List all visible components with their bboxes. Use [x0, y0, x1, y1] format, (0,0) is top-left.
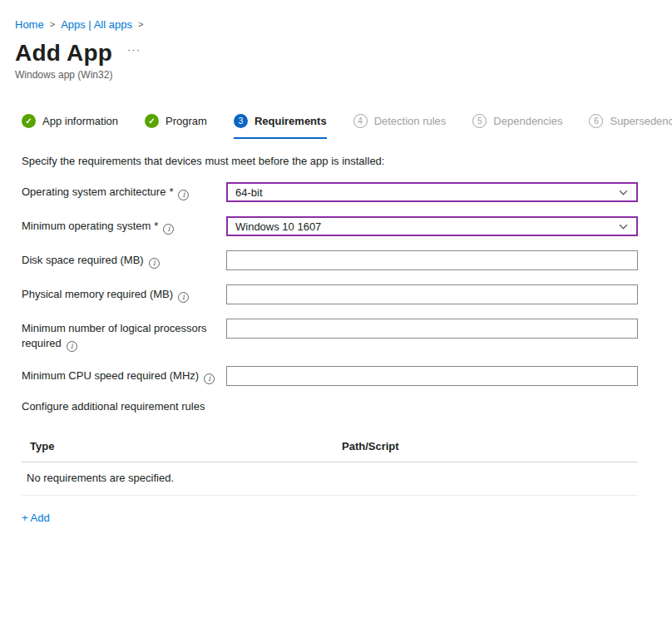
field-label-text: Physical memory required (MB): [22, 288, 173, 300]
tab-label: Program: [166, 115, 207, 127]
step-number-icon: 5: [472, 114, 487, 128]
tab-supersedence[interactable]: 6 Supersedence: [589, 114, 672, 139]
page-title: Add App: [15, 40, 112, 67]
field-label: Minimum operating system: [22, 216, 226, 235]
form-row-os-architecture: Operating system architecture 64-bit: [22, 182, 638, 202]
form-row-disk-space: Disk space required (MB): [22, 250, 638, 270]
required-asterisk: [151, 220, 158, 232]
wizard-steps: App information Program 3 Requirements 4…: [22, 114, 672, 139]
field-label: Minimum CPU speed required (MHz): [22, 366, 226, 384]
physical-memory-input[interactable]: [226, 284, 638, 304]
form-row-physical-memory: Physical memory required (MB): [22, 284, 638, 304]
check-icon: [145, 114, 159, 128]
info-icon[interactable]: [67, 341, 77, 352]
requirements-form: Operating system architecture 64-bit Min…: [22, 182, 672, 386]
intro-text: Specify the requirements that devices mu…: [22, 155, 672, 167]
form-row-logical-processors: Minimum number of logical processors req…: [22, 319, 638, 352]
check-icon: [22, 114, 36, 128]
add-requirement-link[interactable]: + Add: [22, 512, 50, 524]
form-row-minimum-os: Minimum operating system Windows 10 1607: [22, 216, 638, 236]
field-label-text: Operating system architecture: [22, 185, 166, 198]
required-asterisk: [166, 185, 173, 198]
field-label-text: Minimum operating system: [22, 220, 151, 232]
tab-label: App information: [42, 115, 118, 127]
os-architecture-select[interactable]: 64-bit: [226, 182, 638, 202]
tab-dependencies[interactable]: 5 Dependencies: [472, 114, 562, 139]
table-empty-row: No requirements are specified.: [22, 462, 638, 496]
select-value: 64-bit: [235, 186, 263, 199]
title-row: Add App ···: [15, 40, 672, 67]
form-row-cpu-speed: Minimum CPU speed required (MHz): [22, 366, 638, 386]
info-icon[interactable]: [204, 373, 215, 384]
field-label-text: Disk space required (MB): [22, 254, 144, 266]
requirement-rules-table: Type Path/Script No requirements are spe…: [22, 435, 638, 496]
breadcrumb-link-home[interactable]: Home: [15, 18, 44, 31]
minimum-os-select[interactable]: Windows 10 1607: [226, 216, 638, 236]
info-icon[interactable]: [178, 190, 189, 200]
field-label: Minimum number of logical processors req…: [22, 319, 226, 352]
breadcrumb-separator-icon: [138, 19, 143, 29]
step-number-icon: 4: [353, 114, 368, 128]
table-header-row: Type Path/Script: [22, 435, 638, 462]
column-header-path-script: Path/Script: [342, 440, 638, 452]
field-label: Physical memory required (MB): [22, 284, 226, 303]
tab-app-information[interactable]: App information: [22, 114, 118, 139]
tab-program[interactable]: Program: [145, 114, 207, 139]
chevron-down-icon: [618, 187, 629, 198]
info-icon[interactable]: [163, 224, 174, 235]
disk-space-input[interactable]: [226, 250, 638, 270]
more-options-icon[interactable]: ···: [127, 43, 141, 56]
breadcrumb: Home Apps | All apps: [15, 18, 672, 31]
field-label: Disk space required (MB): [22, 250, 226, 269]
section-title: Configure additional requirement rules: [22, 400, 672, 413]
field-label-text: Minimum CPU speed required (MHz): [22, 369, 199, 382]
tab-label: Detection rules: [374, 115, 447, 127]
info-icon[interactable]: [178, 292, 189, 303]
tab-requirements[interactable]: 3 Requirements: [234, 114, 327, 139]
field-label-text: Minimum number of logical processors req…: [22, 322, 207, 349]
logical-processors-input[interactable]: [226, 319, 638, 339]
cpu-speed-input[interactable]: [226, 366, 638, 386]
tab-detection-rules[interactable]: 4 Detection rules: [353, 114, 447, 139]
tab-label: Supersedence: [610, 115, 672, 127]
breadcrumb-separator-icon: [50, 19, 55, 29]
tab-label: Dependencies: [493, 115, 562, 127]
step-number-icon: 6: [589, 114, 603, 128]
column-header-type: Type: [30, 440, 342, 452]
field-label: Operating system architecture: [22, 182, 226, 200]
chevron-down-icon: [618, 221, 629, 232]
tab-label: Requirements: [254, 115, 327, 127]
info-icon[interactable]: [149, 258, 160, 269]
page-subtitle: Windows app (Win32): [15, 69, 672, 81]
select-value: Windows 10 1607: [235, 220, 321, 233]
requirements-panel: Specify the requirements that devices mu…: [22, 155, 672, 524]
breadcrumb-link-all-apps[interactable]: Apps | All apps: [61, 18, 132, 31]
step-number-icon: 3: [234, 114, 248, 128]
